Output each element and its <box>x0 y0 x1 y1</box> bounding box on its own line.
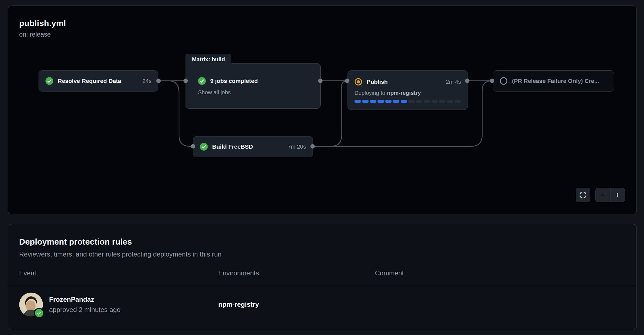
fullscreen-icon <box>579 191 587 199</box>
progress-segment <box>439 100 445 103</box>
progress-segment <box>432 100 438 103</box>
workflow-run-page: publish.yml on: release Resolve Required… <box>0 0 644 335</box>
progress-segment <box>424 100 430 103</box>
approval-status: approved 2 minutes ago <box>49 306 121 314</box>
protection-rules-table: Event Environments Comment <box>19 269 625 323</box>
matrix-summary: 9 jobs completed <box>210 78 258 84</box>
avatar-wrap <box>19 293 43 316</box>
deploy-target-environment: npm-registry <box>387 90 421 96</box>
in-progress-icon <box>354 78 362 86</box>
publish-progress-bar <box>354 100 461 103</box>
node-matrix-build[interactable]: 9 jobs completed Show all jobs <box>186 63 321 109</box>
zoom-control-group: − + <box>595 188 625 202</box>
node-build-freebsd[interactable]: Build FreeBSD 7m 20s <box>193 136 313 157</box>
progress-segment <box>385 100 392 103</box>
node-resolve-required-data[interactable]: Resolve Required Data 24s <box>39 70 158 92</box>
table-header-row: Event Environments Comment <box>19 269 625 286</box>
show-all-jobs-link[interactable]: Show all jobs <box>198 89 314 96</box>
table-row: FrozenPandaz approved 2 minutes ago npm-… <box>19 286 625 323</box>
approved-check-badge <box>34 308 44 318</box>
progress-segment <box>377 100 384 103</box>
plus-icon: + <box>615 190 620 200</box>
zoom-in-button[interactable]: + <box>610 188 625 202</box>
event-cell: FrozenPandaz approved 2 minutes ago <box>19 293 218 316</box>
matrix-group-tab: Matrix: build <box>186 54 231 65</box>
fullscreen-button[interactable] <box>576 188 590 202</box>
event-text: FrozenPandaz approved 2 minutes ago <box>49 296 121 314</box>
success-check-icon <box>45 77 53 85</box>
node-label: Resolve Required Data <box>58 78 121 84</box>
rules-panel-title: Deployment protection rules <box>19 237 625 247</box>
environment-cell: npm-registry <box>218 301 375 308</box>
progress-segment <box>362 100 369 103</box>
progress-segment <box>401 100 407 103</box>
deploy-status-line: Deploying to npm-registry <box>354 89 461 97</box>
column-header-event: Event <box>19 269 218 277</box>
deployment-protection-panel: Deployment protection rules Reviewers, t… <box>8 224 637 330</box>
check-icon <box>36 310 42 316</box>
node-label: Publish <box>367 78 388 85</box>
zoom-out-button[interactable]: − <box>596 188 610 202</box>
deploy-prefix: Deploying to <box>354 90 385 96</box>
node-duration: 24s <box>143 78 151 84</box>
approver-username: FrozenPandaz <box>49 296 121 303</box>
progress-segment <box>408 100 415 103</box>
success-check-icon <box>200 143 208 151</box>
graph-controls: − + <box>576 188 625 202</box>
rules-panel-subtitle: Reviewers, timers, and other rules prote… <box>19 250 625 258</box>
workflow-file-title: publish.yml <box>19 19 66 28</box>
pending-circle-icon <box>500 77 508 85</box>
graph-header: publish.yml on: release <box>19 19 66 38</box>
workflow-trigger: on: release <box>19 31 66 38</box>
node-pr-release-failure[interactable]: (PR Release Failure Only) Cre... <box>493 70 614 92</box>
progress-segment <box>455 100 461 103</box>
success-check-icon <box>198 77 206 85</box>
node-label: Build FreeBSD <box>212 143 253 150</box>
progress-segment <box>447 100 453 103</box>
node-publish[interactable]: Publish 2m 4s Deploying to npm-registry <box>348 70 468 110</box>
progress-segment <box>370 100 376 103</box>
column-header-environments: Environments <box>218 269 375 277</box>
workflow-graph-panel: publish.yml on: release Resolve Required… <box>8 6 637 214</box>
node-duration: 2m 4s <box>446 79 461 85</box>
node-label: (PR Release Failure Only) Cre... <box>512 78 599 84</box>
column-header-comment: Comment <box>375 269 625 277</box>
progress-segment <box>354 100 361 103</box>
matrix-group-label: Matrix: build <box>192 56 225 63</box>
node-duration: 7m 20s <box>288 144 306 150</box>
minus-icon: − <box>600 190 605 200</box>
workflow-edges <box>8 6 637 214</box>
progress-segment <box>416 100 422 103</box>
progress-segment <box>393 100 399 103</box>
